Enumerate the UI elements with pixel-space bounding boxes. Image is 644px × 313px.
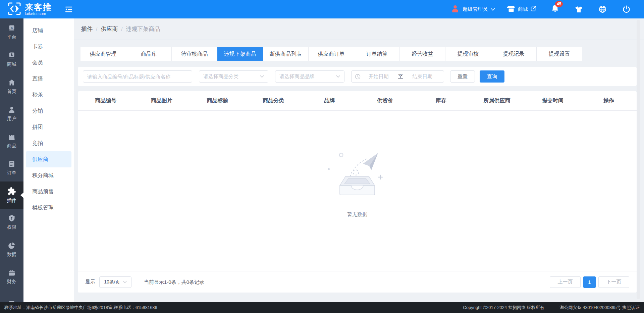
- clipboard-icon: [8, 160, 16, 168]
- mall-label: 商城: [518, 6, 528, 12]
- search-button[interactable]: 查询: [480, 70, 504, 83]
- submenu-item-members[interactable]: 会员: [23, 55, 74, 71]
- tab-product-library[interactable]: 商品库: [126, 47, 172, 61]
- submenu-item-flash-sale[interactable]: 秒杀: [23, 87, 74, 103]
- category-select[interactable]: 请选择商品分类: [199, 70, 268, 83]
- col-supply-price: 供货价: [357, 97, 413, 104]
- col-supplier: 所属供应商: [469, 97, 525, 104]
- shield-key-icon: [8, 214, 16, 222]
- submenu-item-distribution[interactable]: 分销: [23, 103, 74, 119]
- shopping-bag-icon: [8, 133, 16, 141]
- logo[interactable]: 来客推 laiketui.com: [0, 2, 60, 17]
- current-page-button[interactable]: 1: [583, 276, 596, 288]
- sidebar-item-finance[interactable]: 财务: [0, 263, 23, 290]
- sidebar-item-orders[interactable]: 订单: [0, 154, 23, 181]
- tab-supplier-orders[interactable]: 供应商订单: [309, 47, 354, 61]
- date-range-picker[interactable]: 开始日期 至 结束日期: [351, 70, 444, 83]
- logo-brackets-icon: [7, 2, 21, 17]
- plugins-submenu: 店铺 卡券 会员 直播 秒杀 分销 拼团 竞拍 供应商 积分商城 商品预售 模板…: [23, 18, 74, 302]
- empty-text: 暂无数据: [78, 211, 637, 218]
- tab-pending-review[interactable]: 待审核商品: [172, 47, 217, 61]
- submenu-item-shop[interactable]: 店铺: [23, 22, 74, 39]
- table-header-row: 商品编号 商品图片 商品标题 商品分类 品牌 供货价 库存 所属供应商 提交时间…: [78, 91, 637, 111]
- tab-supplier-management[interactable]: 供应商管理: [80, 47, 126, 61]
- user-menu[interactable]: 超级管理员: [451, 4, 495, 14]
- filter-bar: 请选择商品分类 请选择商品品牌 开始日期 至 结束日期 重置 查询: [78, 67, 637, 86]
- products-table: 商品编号 商品图片 商品标题 商品分类 品牌 供货价 库存 所属供应商 提交时间…: [78, 91, 637, 293]
- keyword-search-input[interactable]: [83, 70, 192, 83]
- storefront-icon: [507, 5, 515, 14]
- footer-copyright: Copyright ©2017-2024 拾捌网络 版权所有: [463, 305, 544, 311]
- pagination-bar: 显示 10条/页 当前显示1-0条，共0条记录 上一页 1 下一页: [78, 271, 637, 293]
- logo-title: 来客推: [25, 3, 52, 12]
- tshirt-icon[interactable]: [575, 5, 583, 13]
- sidebar-item-more[interactable]: [0, 290, 23, 302]
- breadcrumb-plugins[interactable]: 插件: [81, 25, 93, 33]
- chevron-down-icon: [491, 6, 495, 12]
- svg-text:S: S: [11, 25, 13, 29]
- tab-bar: 供应商管理 商品库 待审核商品 违规下架商品 断供商品列表 供应商订单 订单结算…: [80, 47, 582, 61]
- next-page-button[interactable]: 下一页: [598, 276, 629, 288]
- footer-filing[interactable]: 湘公网安备 43010402000895号 执照认证: [560, 305, 640, 311]
- power-icon[interactable]: [622, 5, 631, 13]
- globe-icon[interactable]: [598, 5, 607, 13]
- main-content: 插件 / 供应商 / 违规下架商品 供应商管理 商品库 待审核商品 违规下架商品…: [74, 18, 644, 302]
- col-actions: 操作: [581, 97, 637, 104]
- tab-removed-products[interactable]: 违规下架商品: [217, 47, 263, 61]
- submenu-item-auction[interactable]: 竞拍: [23, 135, 74, 151]
- sidebar-item-mall[interactable]: 商城: [0, 46, 23, 73]
- avatar-icon: [451, 4, 460, 14]
- footer: 联系地址：湖南省长沙市岳麓区绿地中央广场6栋2018室 联系电话：6159816…: [0, 302, 644, 313]
- breadcrumb: 插件 / 供应商 / 违规下架商品: [74, 18, 644, 40]
- col-submit-time: 提交时间: [525, 97, 581, 104]
- submenu-item-group-buy[interactable]: 拼团: [23, 119, 74, 135]
- active-item-notch: [20, 193, 23, 198]
- submenu-item-supplier[interactable]: 供应商: [26, 151, 71, 167]
- sidebar-item-permissions[interactable]: 权限: [0, 209, 23, 236]
- footer-contact: 联系地址：湖南省长沙市岳麓区绿地中央广场6栋2018室 联系电话：6159816…: [4, 305, 157, 311]
- briefcase-icon: [8, 269, 16, 277]
- submenu-item-live[interactable]: 直播: [23, 71, 74, 87]
- show-label: 显示: [85, 279, 95, 285]
- col-product-image: 商品图片: [134, 97, 190, 104]
- submenu-item-templates[interactable]: 模板管理: [23, 200, 74, 216]
- pie-chart-icon: [8, 242, 16, 250]
- clock-icon: [355, 74, 361, 80]
- sidebar-item-data[interactable]: 数据: [0, 236, 23, 263]
- sidebar-item-users[interactable]: 用户: [0, 100, 23, 127]
- sidebar-item-platform[interactable]: S 平台: [0, 18, 23, 46]
- tab-order-settlement[interactable]: 订单结算: [354, 47, 400, 61]
- submenu-item-points-mall[interactable]: 积分商城: [23, 167, 74, 184]
- reset-button[interactable]: 重置: [450, 70, 475, 83]
- notification-badge: 45: [555, 1, 563, 7]
- chevron-down-icon: [336, 75, 340, 78]
- tab-withdrawal-review[interactable]: 提现审核: [445, 47, 491, 61]
- top-bar: 来客推 laiketui.com 超级管理员: [0, 0, 644, 18]
- mall-link[interactable]: 商城: [507, 5, 536, 14]
- chevron-down-icon: [260, 75, 264, 78]
- col-product-id: 商品编号: [78, 97, 134, 104]
- breadcrumb-supplier[interactable]: 供应商: [101, 25, 118, 33]
- brand-select[interactable]: 请选择商品品牌: [275, 70, 344, 83]
- tab-withdrawal-records[interactable]: 提现记录: [491, 47, 537, 61]
- pagination-summary: 当前显示1-0条，共0条记录: [139, 278, 204, 286]
- collapse-menu-icon[interactable]: [64, 5, 73, 14]
- scrollbar[interactable]: [637, 20, 640, 299]
- start-date-placeholder: 开始日期: [361, 73, 397, 80]
- notifications-button[interactable]: 45: [551, 4, 559, 14]
- submenu-item-presale[interactable]: 商品预售: [23, 184, 74, 200]
- page-size-select[interactable]: 10条/页: [99, 276, 131, 288]
- sidebar-item-goods[interactable]: 商品: [0, 127, 23, 154]
- contact-card-icon: [8, 51, 16, 59]
- prev-page-button[interactable]: 上一页: [550, 276, 581, 288]
- breadcrumb-current: 违规下架商品: [126, 25, 160, 33]
- sidebar-item-home[interactable]: 首页: [0, 73, 23, 100]
- end-date-placeholder: 结束日期: [405, 73, 441, 80]
- sidebar-item-plugins[interactable]: 插件: [0, 181, 23, 209]
- home-icon: [8, 79, 16, 87]
- tab-operating-income[interactable]: 经营收益: [400, 47, 445, 61]
- logo-subtitle: laiketui.com: [25, 12, 52, 16]
- tab-withdrawal-settings[interactable]: 提现设置: [537, 47, 582, 61]
- submenu-item-coupons[interactable]: 卡券: [23, 39, 74, 55]
- tab-discontinued-list[interactable]: 断供商品列表: [263, 47, 309, 61]
